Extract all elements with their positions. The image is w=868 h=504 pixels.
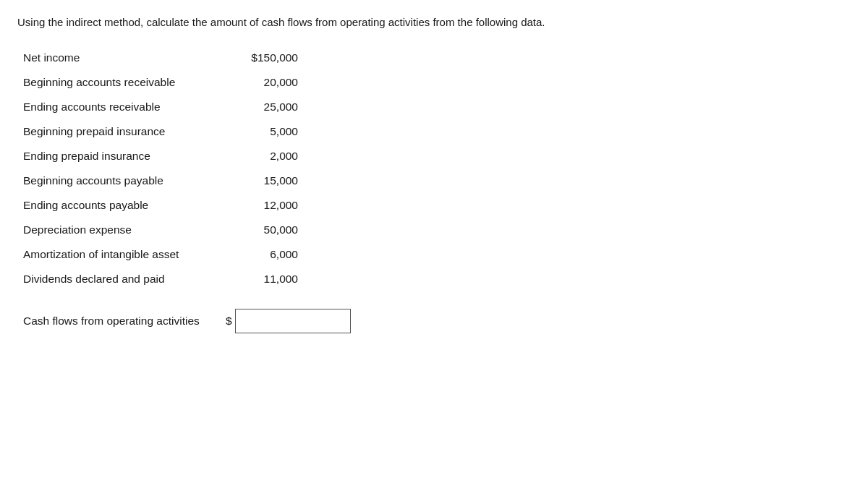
result-section: Cash flows from operating activities $: [23, 309, 851, 333]
label-dividends: Dividends declared and paid: [23, 273, 226, 286]
label-ending-prepaid: Ending prepaid insurance: [23, 150, 226, 163]
value-amortization: 6,000: [226, 248, 298, 261]
value-beginning-ap: 15,000: [226, 174, 298, 187]
label-beginning-ap: Beginning accounts payable: [23, 174, 226, 187]
value-dividends: 11,000: [226, 273, 298, 286]
result-label: Cash flows from operating activities: [23, 315, 226, 328]
row-amortization: Amortization of intangible asset 6,000: [23, 248, 327, 261]
label-ending-ap: Ending accounts payable: [23, 199, 226, 212]
label-ending-ar: Ending accounts receivable: [23, 101, 226, 114]
row-ending-prepaid: Ending prepaid insurance 2,000: [23, 150, 327, 163]
value-ending-prepaid: 2,000: [226, 150, 298, 163]
value-beginning-prepaid: 5,000: [226, 125, 298, 138]
value-ending-ap: 12,000: [226, 199, 298, 212]
label-beginning-ar: Beginning accounts receivable: [23, 76, 226, 89]
row-beginning-prepaid: Beginning prepaid insurance 5,000: [23, 125, 327, 138]
row-depreciation: Depreciation expense 50,000: [23, 223, 327, 236]
value-net-income: $150,000: [226, 51, 298, 64]
value-beginning-ar: 20,000: [226, 76, 298, 89]
label-depreciation: Depreciation expense: [23, 223, 226, 236]
row-dividends: Dividends declared and paid 11,000: [23, 273, 327, 286]
row-beginning-ar: Beginning accounts receivable 20,000: [23, 76, 327, 89]
label-beginning-prepaid: Beginning prepaid insurance: [23, 125, 226, 138]
value-ending-ar: 25,000: [226, 101, 298, 114]
dollar-sign: $: [226, 315, 232, 328]
label-amortization: Amortization of intangible asset: [23, 248, 226, 261]
row-ending-ap: Ending accounts payable 12,000: [23, 199, 327, 212]
result-row: Cash flows from operating activities $: [23, 309, 851, 333]
row-beginning-ap: Beginning accounts payable 15,000: [23, 174, 327, 187]
row-ending-ar: Ending accounts receivable 25,000: [23, 101, 327, 114]
row-net-income: Net income $150,000: [23, 51, 327, 64]
data-table: Net income $150,000 Beginning accounts r…: [23, 51, 327, 286]
value-depreciation: 50,000: [226, 223, 298, 236]
instruction-text: Using the indirect method, calculate the…: [17, 14, 851, 31]
cash-flows-input[interactable]: [235, 309, 351, 333]
label-net-income: Net income: [23, 51, 226, 64]
